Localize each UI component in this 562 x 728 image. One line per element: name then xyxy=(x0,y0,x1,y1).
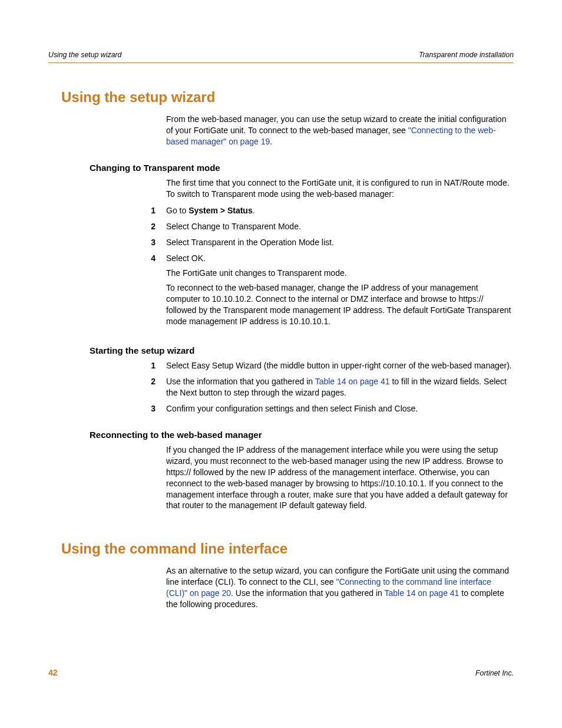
heading-using-cli: Using the command line interface xyxy=(61,541,514,557)
step-body: Go to System > Status. xyxy=(166,205,514,216)
header-left: Using the setup wizard xyxy=(48,51,121,59)
step-number: 2 xyxy=(48,221,166,232)
intro-text-post: . xyxy=(270,137,272,146)
step-number: 4 xyxy=(48,253,166,330)
step-body: Select Change to Transparent Mode. xyxy=(166,221,514,232)
step-body: Select Easy Setup Wizard (the middle but… xyxy=(166,360,514,371)
step-number: 1 xyxy=(48,360,166,371)
step-text: Go to xyxy=(166,206,189,215)
step-body: Select Transparent in the Operation Mode… xyxy=(166,237,514,248)
menu-path: System > Status xyxy=(189,206,253,215)
cli-body: As an alternative to the setup wizard, y… xyxy=(166,565,514,610)
reconnecting-body: If you changed the IP address of the man… xyxy=(166,444,514,511)
step-body: Select OK. The FortiGate unit changes to… xyxy=(166,253,514,330)
step-text: Use the information that you gathered in xyxy=(166,377,315,386)
step-number: 2 xyxy=(48,376,166,398)
running-header: Using the setup wizard Transparent mode … xyxy=(48,51,514,61)
page-number: 42 xyxy=(48,668,58,677)
step-body: Use the information that you gathered in… xyxy=(166,376,514,398)
cli-text-mid: . Use the information that you gathered … xyxy=(231,588,384,598)
step-number: 1 xyxy=(48,205,166,216)
step-text-post: . xyxy=(253,206,255,215)
content-area: Using the setup wizard From the web-base… xyxy=(48,63,514,610)
step-followup-1: The FortiGate unit changes to Transparen… xyxy=(166,268,514,279)
step-followup-2: To reconnect to the web-based manager, c… xyxy=(166,282,514,327)
link-table-14[interactable]: Table 14 on page 41 xyxy=(315,377,390,386)
header-right: Transparent mode installation xyxy=(419,51,514,59)
subheading-starting-wizard: Starting the setup wizard xyxy=(90,345,514,355)
changing-steps: 1 Go to System > Status. 2 Select Change… xyxy=(48,205,514,330)
step-number: 3 xyxy=(48,403,166,414)
step-number: 3 xyxy=(48,237,166,248)
changing-lead: The first time that you connect to the F… xyxy=(166,177,514,200)
step-text: Select OK. xyxy=(166,253,514,264)
company-name: Fortinet Inc. xyxy=(475,669,514,677)
step-body: Confirm your configuration settings and … xyxy=(166,403,514,414)
heading-using-setup-wizard: Using the setup wizard xyxy=(61,89,514,106)
subheading-reconnecting: Reconnecting to the web-based manager xyxy=(90,430,514,440)
subheading-changing-transparent: Changing to Transparent mode xyxy=(90,163,514,173)
page: Using the setup wizard Transparent mode … xyxy=(0,0,562,728)
starting-steps: 1 Select Easy Setup Wizard (the middle b… xyxy=(48,360,514,414)
intro-paragraph: From the web-based manager, you can use … xyxy=(166,114,514,147)
footer: 42 Fortinet Inc. xyxy=(48,668,514,677)
link-table-14-b[interactable]: Table 14 on page 41 xyxy=(385,588,459,598)
